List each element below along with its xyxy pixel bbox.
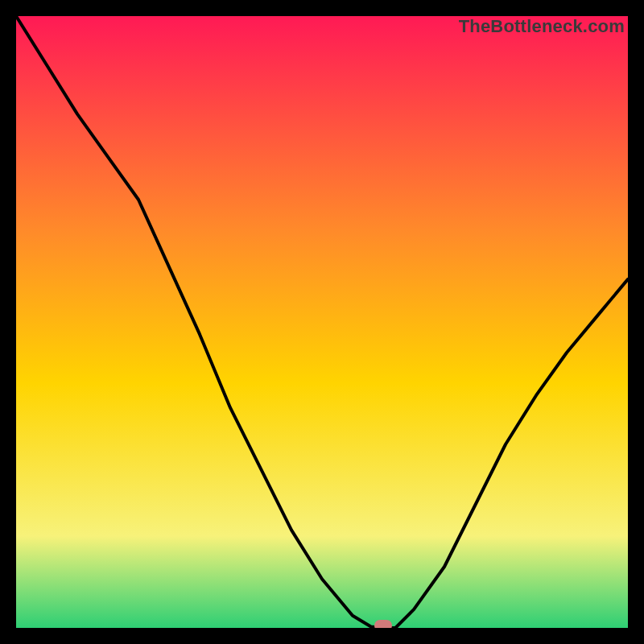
chart-frame: TheBottleneck.com	[0, 0, 644, 644]
plot-area: TheBottleneck.com	[16, 16, 628, 628]
gradient-background	[16, 16, 628, 628]
optimum-marker	[374, 620, 392, 628]
plot-svg	[16, 16, 628, 628]
watermark-text: TheBottleneck.com	[459, 16, 625, 37]
